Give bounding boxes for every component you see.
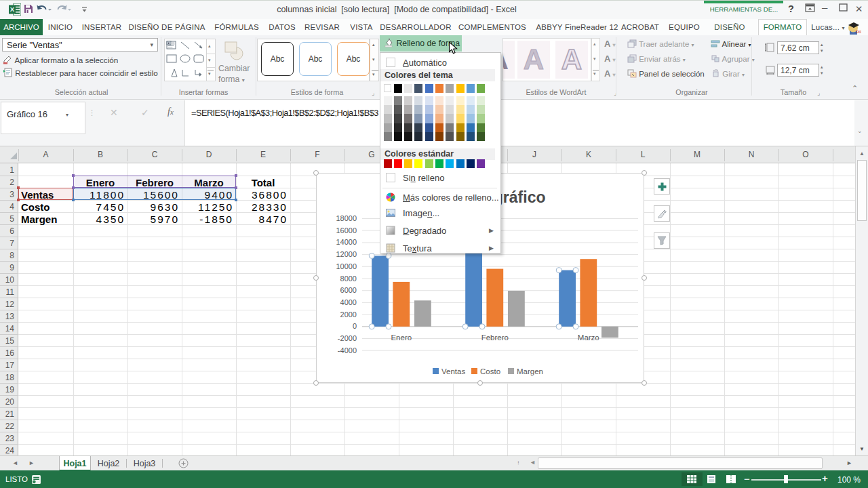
svg-text:Margen: Margen — [517, 367, 543, 375]
svg-text:DICN: DICN — [856, 30, 861, 34]
svg-text:16000: 16000 — [336, 226, 357, 235]
svg-text:18000: 18000 — [336, 214, 357, 222]
svg-text:12000: 12000 — [336, 250, 357, 258]
svg-text:Costo: Costo — [480, 367, 500, 375]
svg-text:14000: 14000 — [336, 238, 357, 246]
svg-text:2000: 2000 — [340, 310, 357, 319]
svg-text:0: 0 — [353, 322, 357, 330]
svg-text:Marzo: Marzo — [578, 333, 599, 342]
svg-text:10000: 10000 — [336, 262, 357, 270]
svg-text:Febrero: Febrero — [481, 333, 509, 342]
svg-text:Enero: Enero — [391, 333, 412, 342]
svg-text:-4000: -4000 — [338, 346, 357, 354]
svg-text:Ventas: Ventas — [441, 367, 465, 375]
svg-text:6000: 6000 — [340, 286, 357, 294]
svg-text:4000: 4000 — [340, 298, 357, 306]
svg-text:8000: 8000 — [340, 274, 357, 283]
svg-text:-2000: -2000 — [338, 334, 357, 342]
